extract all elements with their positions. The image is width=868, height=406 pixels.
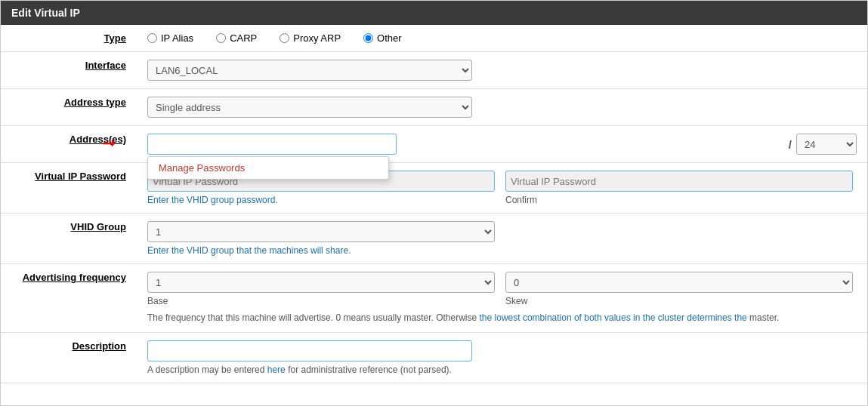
address-type-label-cell: Address type — [1, 89, 137, 126]
adv-base-select[interactable]: 1 23451020 — [147, 272, 495, 293]
address-input-row: ➞ Manage Passwords / 8 16 24 32 — [147, 134, 857, 155]
vhid-group-label: VHID Group — [70, 221, 126, 232]
description-label: Description — [72, 340, 126, 352]
adv-help-highlighted: the lowest combination of both values in… — [480, 312, 747, 323]
adv-skew-label: Skew — [505, 296, 853, 306]
vhid-password-help: Enter the VHID group password. — [147, 195, 495, 205]
interface-select[interactable]: LAN6_LOCAL — [147, 60, 472, 81]
interface-label-cell: Interface — [1, 52, 137, 89]
type-radio-group: IP Alias CARP Proxy ARP Other — [147, 32, 857, 44]
description-help-link: here — [267, 364, 286, 375]
vhid-group-row: VHID Group 1 2345 102050100255 Enter the… — [1, 214, 867, 264]
addresses-label: Address(es) — [70, 134, 126, 145]
radio-other-label: Other — [377, 32, 402, 44]
cidr-select[interactable]: 8 16 24 32 — [796, 134, 857, 155]
radio-carp-label: CARP — [230, 32, 257, 44]
edit-virtual-ip-window: Edit Virtual IP Type IP Alias CARP — [0, 0, 868, 406]
description-input[interactable] — [147, 340, 472, 361]
adv-freq-field-cell: 1 23451020 Base 0 12345 1020100200254 Sk… — [137, 264, 867, 333]
radio-ip-alias-input[interactable] — [147, 33, 157, 43]
adv-freq-label: Advertising frequency — [23, 272, 126, 283]
vhid-group-label-cell: VHID Group — [1, 214, 137, 264]
addresses-field-cell: ➞ Manage Passwords / 8 16 24 32 — [137, 126, 867, 163]
address-type-label: Address type — [64, 97, 126, 108]
interface-row: Interface LAN6_LOCAL — [1, 52, 867, 89]
vip-password-row: Virtual IP Password Enter the VHID group… — [1, 163, 867, 214]
adv-skew-select[interactable]: 0 12345 1020100200254 — [505, 272, 853, 293]
manage-passwords-item[interactable]: Manage Passwords — [148, 157, 388, 179]
type-row: Type IP Alias CARP Proxy ARP — [1, 25, 867, 52]
addresses-label-cell: Address(es) — [1, 126, 137, 163]
address-type-row: Address type Single address Network Rang… — [1, 89, 867, 126]
confirm-label: Confirm — [505, 195, 853, 205]
radio-proxy-arp-label: Proxy ARP — [293, 32, 341, 44]
radio-carp[interactable]: CARP — [216, 32, 257, 44]
adv-freq-row: Advertising frequency 1 23451020 Base 0 — [1, 264, 867, 333]
radio-other-input[interactable] — [363, 33, 373, 43]
radio-ip-alias-label: IP Alias — [161, 32, 193, 44]
title-bar: Edit Virtual IP — [1, 1, 867, 25]
radio-carp-input[interactable] — [216, 33, 226, 43]
description-row: Description A description may be entered… — [1, 333, 867, 383]
vip-password-label: Virtual IP Password — [35, 171, 126, 182]
description-help: A description may be entered here for ad… — [147, 364, 857, 375]
vip-password-label-cell: Virtual IP Password — [1, 163, 137, 214]
radio-ip-alias[interactable]: IP Alias — [147, 32, 193, 44]
vip-password-confirm-input[interactable] — [505, 171, 853, 192]
form-table: Type IP Alias CARP Proxy ARP — [1, 25, 867, 383]
vhid-group-select[interactable]: 1 2345 102050100255 — [147, 221, 495, 242]
radio-proxy-arp[interactable]: Proxy ARP — [280, 32, 341, 44]
window-title: Edit Virtual IP — [11, 7, 80, 19]
adv-selects-row: 1 23451020 Base 0 12345 1020100200254 Sk… — [147, 272, 857, 306]
red-arrow-indicator: ➞ — [102, 135, 116, 152]
address-type-field-cell: Single address Network Range — [137, 89, 867, 126]
vhid-group-help: Enter the VHID group that the machines w… — [147, 245, 857, 256]
radio-proxy-arp-input[interactable] — [280, 33, 289, 43]
adv-help-text: The frequency that this machine will adv… — [147, 311, 857, 324]
type-field-cell: IP Alias CARP Proxy ARP Other — [137, 25, 867, 52]
interface-label: Interface — [85, 60, 126, 71]
vhid-group-field-cell: 1 2345 102050100255 Enter the VHID group… — [137, 214, 867, 264]
adv-base-label: Base — [147, 296, 495, 306]
adv-freq-label-cell: Advertising frequency — [1, 264, 137, 333]
interface-field-cell: LAN6_LOCAL — [137, 52, 867, 89]
address-input[interactable] — [147, 134, 397, 155]
radio-other[interactable]: Other — [363, 32, 402, 44]
description-label-cell: Description — [1, 333, 137, 383]
autocomplete-dropdown: Manage Passwords — [147, 156, 389, 180]
cidr-slash: / — [789, 138, 792, 151]
description-field-cell: A description may be entered here for ad… — [137, 333, 867, 383]
address-type-select[interactable]: Single address Network Range — [147, 97, 472, 118]
addresses-row: Address(es) ➞ Manage Passwords / — [1, 126, 867, 163]
type-label-cell: Type — [1, 25, 137, 52]
type-label: Type — [104, 32, 126, 44]
